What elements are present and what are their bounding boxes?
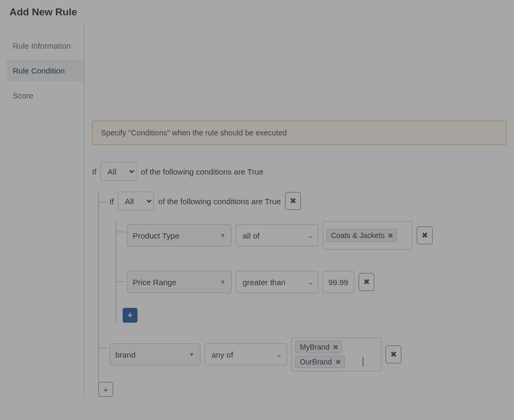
value-input-price[interactable] [323,271,354,293]
inner-group-container: If All of the following conditions are T… [99,191,507,323]
operator-label: greater than [243,278,286,287]
tag-remove-icon[interactable]: ✖ [335,358,341,366]
operator-label: any of [212,350,233,359]
caret-icon: ▼ [189,351,195,358]
page-title: Add New Rule [0,0,514,22]
chevron-down-icon: ⌄ [307,231,314,240]
field-select-label: brand [115,350,135,359]
operator-select-any-of[interactable]: any of ⌄ [205,343,287,366]
field-select-price-range[interactable]: Price Range ▼ [127,271,232,293]
field-select-label: Price Range [133,278,177,287]
inner-group-header: If All of the following conditions are T… [109,191,507,211]
chevron-down-icon: ⌄ [307,278,314,286]
field-select-label: Product Type [133,231,179,240]
field-select-product-type[interactable]: Product Type ▼ [127,224,232,246]
close-icon: ✖ [290,196,297,206]
tag-remove-icon[interactable]: ✖ [388,232,393,240]
close-icon: ✖ [421,231,428,240]
remove-rule-product-type-button[interactable]: ✖ [417,226,433,244]
remove-inner-group-button[interactable]: ✖ [285,192,301,210]
group-suffix-label: of the following conditions are True [158,197,281,206]
add-rule-inner-group-button[interactable]: + [123,308,137,323]
plus-icon: + [127,311,132,320]
operator-select-greater-than[interactable]: greater than ⌄ [236,271,318,293]
tag-mybrand: MyBrand ✖ [295,341,342,353]
tab-rule-condition[interactable]: Rule Condition [6,60,84,81]
tab-rule-information[interactable]: Rule Information [6,35,84,57]
inner-group-mode-select[interactable]: All [118,191,154,211]
conditions-info-banner: Specify "Conditions" when the rule shoul… [92,121,507,145]
rule-row-product-type: Product Type ▼ all of ⌄ Coats & Jackets [116,221,507,250]
plus-icon: + [104,385,108,394]
chevron-down-icon: ⌄ [276,350,282,359]
tag-label: Coats & Jackets [331,231,384,240]
tag-label: MyBrand [300,343,329,351]
remove-rule-brand-button[interactable]: ✖ [386,345,401,363]
text-cursor [363,357,363,367]
group-if-label: If [92,167,96,176]
tag-ourbrand: OurBrand ✖ [295,355,345,368]
close-icon: ✖ [390,350,397,359]
add-rule-outer-group-button[interactable]: + [98,382,113,397]
main-content: Specify "Conditions" when the rule shoul… [85,22,514,397]
tag-input-product-type[interactable]: Coats & Jackets ✖ [323,221,412,250]
sidebar: Rule Information Rule Condition Score [6,22,85,397]
caret-icon: ▼ [220,232,226,239]
group-if-label: If [109,197,114,206]
operator-select-all-of[interactable]: all of ⌄ [236,224,318,246]
outer-group-header: If All of the following conditions are T… [92,162,507,181]
remove-rule-price-button[interactable]: ✖ [359,273,374,291]
tag-remove-icon[interactable]: ✖ [333,343,338,351]
operator-label: all of [243,231,260,240]
outer-group-mode-select[interactable]: All [100,162,136,181]
tag-coats-jackets: Coats & Jackets ✖ [326,229,397,242]
outer-group: If All of the following conditions are T… [98,191,507,397]
close-icon: ✖ [363,277,370,287]
caret-icon: ▼ [220,279,226,285]
tag-label: OurBrand [300,358,332,366]
group-suffix-label: of the following conditions are True [141,167,263,176]
tab-score[interactable]: Score [6,85,84,106]
field-select-brand[interactable]: brand ▼ [109,343,200,366]
inner-group: Product Type ▼ all of ⌄ Coats & Jackets [116,221,507,323]
rule-row-brand: brand ▼ any of ⌄ MyBrand ✖ OurBrand [99,337,507,371]
tag-input-brand[interactable]: MyBrand ✖ OurBrand ✖ [291,337,381,371]
rule-row-price-range: Price Range ▼ greater than ⌄ ✖ [116,271,507,293]
